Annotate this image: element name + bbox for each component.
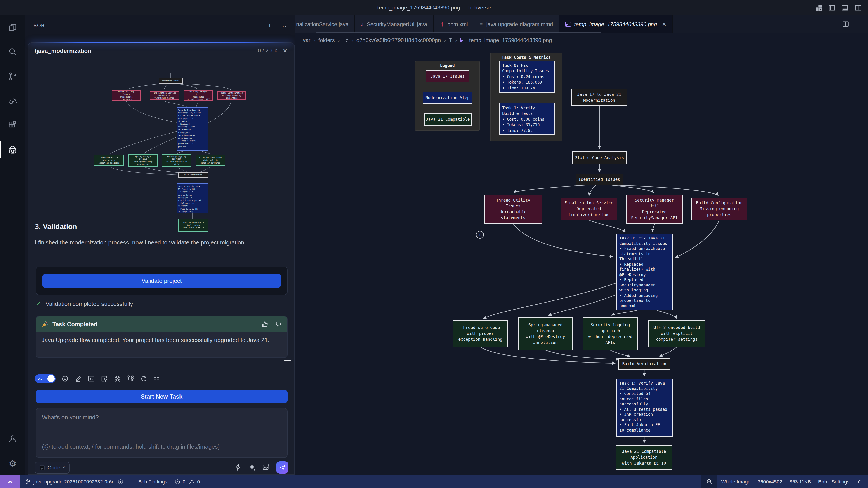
tab-finalization-service[interactable]: nalizationService.java: [295, 15, 355, 33]
image-dimensions: 3600x4502: [754, 475, 786, 488]
run-debug-icon[interactable]: [0, 89, 25, 113]
node-utf8-build: UTF-8 encoded build with explicit compil…: [648, 320, 705, 347]
breadcrumb-item[interactable]: _z: [343, 37, 348, 43]
collapse-dash[interactable]: [284, 360, 291, 361]
add-image-icon[interactable]: [262, 464, 270, 471]
breadcrumb-item[interactable]: folders: [318, 37, 335, 43]
retry-icon[interactable]: [140, 375, 147, 382]
node-root: Java 17 to Java 21 Modernization: [571, 89, 627, 106]
validate-project-button[interactable]: Validate project: [42, 274, 281, 288]
tab-security-manager-util[interactable]: J SecurityManagerUtil.java: [355, 15, 433, 33]
breadcrumb-item-file[interactable]: temp_image_1759844043390.png: [469, 37, 552, 43]
bob-findings-label: Bob Findings: [138, 479, 167, 484]
error-icon: [175, 479, 180, 485]
party-popper-icon: [41, 321, 49, 327]
tab-scrollbar[interactable]: [316, 32, 601, 33]
node-finalization-service: Finalization Service Deprecated finalize…: [561, 198, 617, 220]
node-security-manager: Security Manager Util Deprecated Securit…: [626, 195, 683, 224]
bob-assistant-icon[interactable]: [0, 137, 25, 162]
image-preview-canvas[interactable]: Legend Java 17 Issues Modernization Step…: [295, 47, 868, 475]
node-static-analysis: Static Code Analysis: [572, 151, 627, 164]
mini-node-final: Java 21 Compatible Application with Jaka…: [178, 219, 209, 232]
zoom-in-cursor: +: [476, 231, 484, 238]
breadcrumb-item[interactable]: var: [303, 37, 310, 43]
new-session-icon[interactable]: +: [268, 22, 272, 29]
mini-node-task0: Task 0: Fix Java 21 Compatibility Issues…: [177, 107, 209, 151]
tab-pom-xml[interactable]: pom.xml: [433, 15, 474, 33]
search-icon[interactable]: [0, 40, 25, 64]
problems-item[interactable]: 0 0: [171, 475, 204, 488]
legend-title: Legend: [415, 63, 479, 68]
close-session-icon[interactable]: ✕: [283, 47, 287, 54]
chat-placeholder: What's on your mind?: [42, 414, 281, 421]
customize-layout-icon[interactable]: [815, 4, 822, 11]
branch-name: java-upgrade-20251007092332-0r6r: [33, 479, 114, 484]
explorer-icon[interactable]: [0, 15, 25, 40]
node-build-verification: Build Verification: [618, 358, 670, 369]
diagram-preview[interactable]: Identified Issues Thread Utility Issues …: [28, 59, 295, 222]
node-task1: Task 1: Verify Java 21 Compatibility • C…: [616, 379, 673, 437]
zoom-tool-item[interactable]: [701, 475, 717, 488]
section-heading: 3. Validation: [35, 223, 77, 231]
browser-click-icon[interactable]: [101, 375, 108, 382]
settings-gear-icon[interactable]: ⚙: [0, 451, 25, 475]
toggle-secondary-sidebar-icon[interactable]: [855, 4, 862, 11]
thumbs-up-icon[interactable]: [262, 321, 269, 327]
metrics-task1: Task 1: Verify Build & Tests • Cost: 0.0…: [499, 103, 555, 135]
git-branch-item[interactable]: java-upgrade-20251007092332-0r6r: [20, 475, 127, 488]
maven-file-icon: [439, 21, 444, 27]
pipeline-icon[interactable]: [127, 375, 134, 382]
activity-bar: ⚙: [0, 15, 25, 475]
image-file-icon: [565, 22, 571, 27]
node-thread-utility: Thread Utility Issues Unreachable statem…: [484, 195, 542, 224]
lightning-icon[interactable]: [234, 464, 242, 471]
tab-temp-image[interactable]: temp_image_1759844043390.png ✕: [559, 15, 673, 33]
tab-mermaid-diagram[interactable]: ≡ java-upgrade-diagram.mmd: [474, 15, 559, 33]
close-tab-icon[interactable]: ✕: [662, 21, 666, 27]
chat-input[interactable]: What's on your mind? (@ to add context, …: [36, 408, 287, 458]
thumbs-down-icon[interactable]: [275, 321, 282, 327]
bob-findings-item[interactable]: Bob Findings: [127, 475, 171, 488]
mini-node-threadsafe: Thread-safe Code with proper exception h…: [94, 155, 124, 166]
mode-label: Code: [48, 464, 60, 470]
edit-pencil-icon[interactable]: [74, 375, 82, 382]
auto-approve-toggle[interactable]: ✓✓: [35, 374, 56, 383]
checklist-icon[interactable]: [153, 375, 160, 382]
sidebar-title: BOB: [33, 23, 44, 28]
extensions-icon[interactable]: [0, 113, 25, 137]
breadcrumb-item[interactable]: d7h6kv6s5fb6t77901f8d8xc0000gn: [356, 37, 441, 43]
title-bar: temp_image_1759844043390.png — bobverse: [0, 0, 868, 15]
legend-cluster: Legend Java 17 Issues Modernization Step…: [415, 61, 480, 131]
mini-node-identified-issues: Identified Issues: [159, 78, 183, 84]
warning-icon: [189, 479, 195, 485]
sparkles-icon[interactable]: [248, 464, 256, 471]
image-zoom-mode[interactable]: Whole Image: [717, 475, 754, 488]
terminal-icon[interactable]: [88, 375, 95, 382]
editor-more-actions-icon[interactable]: ···: [855, 21, 862, 28]
mini-node-utf8: UTF-8 encoded build with explicit compil…: [196, 155, 225, 166]
check-icon: ✓: [36, 300, 41, 307]
section-body: I finished the modernization process, no…: [35, 238, 288, 247]
send-button[interactable]: [276, 461, 288, 474]
validate-card: Validate project: [36, 267, 287, 295]
toggle-panel-icon[interactable]: [841, 4, 848, 11]
focus-target-icon[interactable]: [61, 375, 69, 382]
task-completed-title: Task Completed: [53, 321, 97, 327]
source-control-icon[interactable]: [0, 64, 25, 89]
metrics-title: Task Costs & Metrics: [491, 55, 562, 60]
account-icon[interactable]: [0, 427, 25, 451]
toggle-primary-sidebar-icon[interactable]: [828, 4, 835, 11]
more-actions-icon[interactable]: ···: [280, 22, 287, 29]
validation-status: ✓ Validation completed successfully: [36, 300, 133, 307]
diagram-edges: [295, 47, 868, 475]
bob-settings-item[interactable]: Bob - Settings: [815, 475, 853, 488]
start-new-task-button[interactable]: Start New Task: [36, 390, 287, 403]
remote-indicator[interactable]: ><: [0, 475, 20, 488]
breadcrumb-item[interactable]: T: [449, 37, 452, 43]
mode-selector[interactable]: Code ^: [35, 462, 70, 473]
split-editor-icon[interactable]: [842, 21, 849, 28]
notifications-item[interactable]: [853, 475, 868, 488]
node-spring-cleanup: Spring-managed cleanup with @PreDestroy …: [518, 317, 573, 350]
scissors-icon[interactable]: [114, 375, 121, 382]
chat-toolbar: ✓✓: [35, 373, 160, 384]
